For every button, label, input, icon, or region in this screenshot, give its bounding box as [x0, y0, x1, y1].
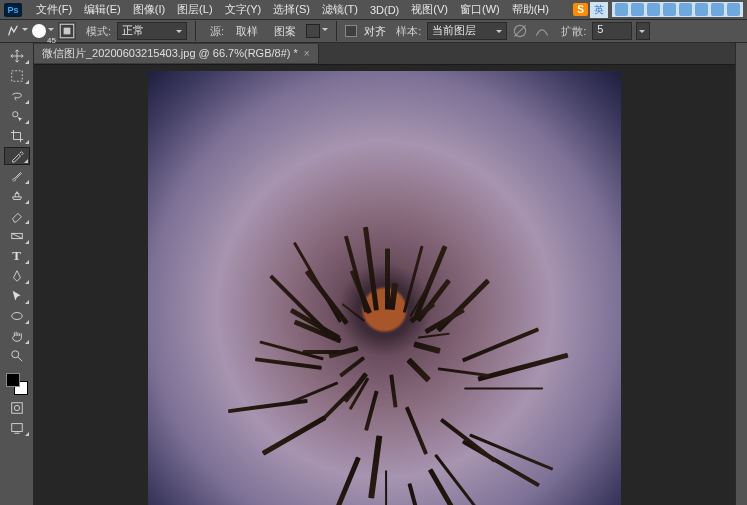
ignore-adjustments-icon[interactable] — [511, 22, 529, 40]
diffusion-stepper[interactable] — [636, 22, 650, 40]
sample-menu-label: 样本: — [396, 24, 421, 39]
ime-icon-2[interactable] — [631, 3, 644, 16]
menu-file[interactable]: 文件(F) — [30, 0, 78, 19]
source-pattern-link[interactable]: 图案 — [274, 24, 296, 39]
close-tab-icon[interactable]: × — [304, 48, 310, 59]
panel-rail[interactable] — [735, 43, 747, 505]
document-tab-title: 微信图片_20200603215403.jpg @ 66.7%(RGB/8#) … — [42, 46, 298, 61]
ime-toolbar: S 英 — [573, 2, 743, 18]
document-canvas[interactable] — [148, 71, 621, 505]
quick-select-tool[interactable] — [4, 107, 30, 125]
sample-layer-select[interactable]: 当前图层 — [427, 22, 507, 40]
svg-point-11 — [14, 405, 19, 410]
ime-language[interactable]: 英 — [590, 2, 608, 18]
brush-tool[interactable] — [4, 167, 30, 185]
menu-view[interactable]: 视图(V) — [405, 0, 454, 19]
blend-mode-value: 正常 — [122, 24, 144, 36]
eraser-tool[interactable] — [4, 207, 30, 225]
menu-image[interactable]: 图像(I) — [127, 0, 171, 19]
blend-mode-select[interactable]: 正常 — [117, 22, 187, 40]
svg-point-5 — [12, 112, 17, 117]
svg-point-8 — [11, 351, 18, 358]
toolbox: T — [0, 43, 34, 505]
brush-swatch-icon — [32, 24, 46, 38]
ime-icon-8[interactable] — [727, 3, 740, 16]
menu-bar: Ps 文件(F) 编辑(E) 图像(I) 图层(L) 文字(Y) 选择(S) 滤… — [0, 0, 747, 20]
brush-preset-picker[interactable]: 45 — [32, 21, 54, 41]
gradient-tool[interactable] — [4, 227, 30, 245]
source-sample-link[interactable]: 取样 — [236, 24, 258, 39]
rect-marquee-tool[interactable] — [4, 67, 30, 85]
document-tab-bar: 微信图片_20200603215403.jpg @ 66.7%(RGB/8#) … — [34, 43, 735, 65]
menu-help[interactable]: 帮助(H) — [506, 0, 555, 19]
menu-filter[interactable]: 滤镜(T) — [316, 0, 364, 19]
brush-size-value: 45 — [47, 36, 56, 45]
menu-select[interactable]: 选择(S) — [267, 0, 316, 19]
menu-window[interactable]: 窗口(W) — [454, 0, 506, 19]
path-select-tool[interactable] — [4, 287, 30, 305]
current-tool-icon[interactable] — [6, 21, 28, 41]
screen-mode-toggle[interactable] — [4, 419, 30, 437]
diffusion-input[interactable]: 5 — [592, 22, 632, 40]
align-checkbox[interactable] — [345, 25, 357, 37]
pressure-size-icon[interactable] — [533, 22, 551, 40]
ime-icon-7[interactable] — [711, 3, 724, 16]
pattern-picker[interactable] — [306, 21, 328, 41]
canvas-viewport[interactable] — [34, 65, 735, 505]
ime-icon-6[interactable] — [695, 3, 708, 16]
align-label: 对齐 — [364, 24, 386, 39]
mode-label: 模式: — [86, 24, 111, 39]
svg-line-9 — [17, 357, 21, 361]
svg-rect-4 — [11, 71, 22, 82]
workspace: T 微信图片_20200603215403.jpg @ 66.7%(RGB/8#… — [0, 43, 747, 505]
clone-stamp-tool[interactable] — [4, 187, 30, 205]
type-glyph: T — [12, 248, 21, 264]
ime-icon-4[interactable] — [663, 3, 676, 16]
ime-brand-icon[interactable]: S — [573, 3, 588, 16]
separator-1 — [195, 21, 196, 41]
tool-options-bar: 45 模式: 正常 源: 取样 图案 对齐 样本: 当前图层 扩散: 5 — [0, 20, 747, 43]
brush-panel-toggle-icon[interactable] — [58, 22, 76, 40]
svg-rect-12 — [11, 424, 22, 432]
pen-tool[interactable] — [4, 267, 30, 285]
shape-tool[interactable] — [4, 307, 30, 325]
svg-point-7 — [11, 313, 22, 320]
svg-rect-1 — [64, 28, 71, 35]
app-logo: Ps — [4, 3, 22, 17]
menu-layer[interactable]: 图层(L) — [171, 0, 218, 19]
document-area: 微信图片_20200603215403.jpg @ 66.7%(RGB/8#) … — [34, 43, 735, 505]
zoom-tool[interactable] — [4, 347, 30, 365]
quick-mask-toggle[interactable] — [4, 399, 30, 417]
document-tab[interactable]: 微信图片_20200603215403.jpg @ 66.7%(RGB/8#) … — [34, 44, 319, 63]
healing-brush-tool[interactable] — [4, 147, 30, 165]
ime-icon-5[interactable] — [679, 3, 692, 16]
foreground-color[interactable] — [6, 373, 20, 387]
diffusion-value: 5 — [597, 23, 603, 35]
ime-icon-strip — [612, 2, 743, 17]
diffusion-label: 扩散: — [561, 24, 586, 39]
separator-2 — [336, 21, 337, 41]
move-tool[interactable] — [4, 47, 30, 65]
lasso-tool[interactable] — [4, 87, 30, 105]
menu-3d[interactable]: 3D(D) — [364, 2, 405, 18]
foreground-background-swatch[interactable] — [4, 371, 30, 397]
pattern-swatch-icon — [306, 24, 320, 38]
svg-rect-10 — [11, 403, 22, 414]
ime-icon-1[interactable] — [615, 3, 628, 16]
menu-edit[interactable]: 编辑(E) — [78, 0, 127, 19]
type-tool[interactable]: T — [4, 247, 30, 265]
source-label: 源: — [210, 24, 224, 39]
hand-tool[interactable] — [4, 327, 30, 345]
menu-type[interactable]: 文字(Y) — [219, 0, 268, 19]
sample-layer-value: 当前图层 — [432, 24, 476, 36]
ime-icon-3[interactable] — [647, 3, 660, 16]
crop-tool[interactable] — [4, 127, 30, 145]
